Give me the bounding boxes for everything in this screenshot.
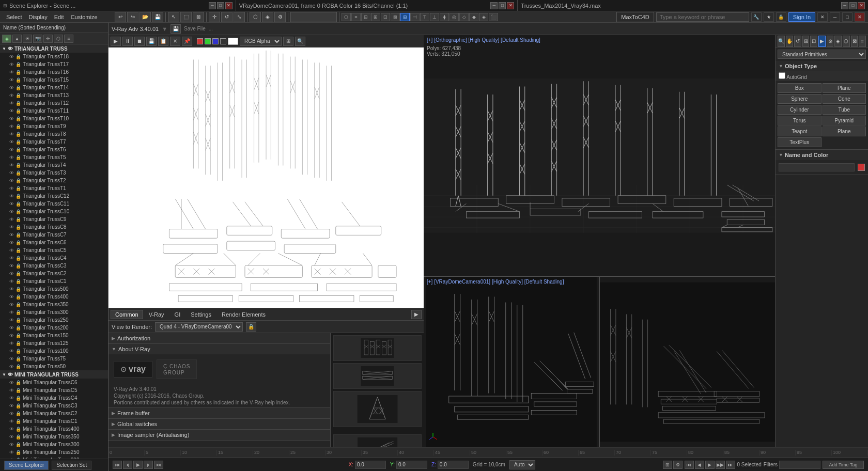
rt-copy-btn[interactable]: 📋 [158,37,168,46]
tree-item[interactable]: 👁🔒Triangular TrussT7 [0,138,108,146]
obj-geosphere[interactable]: Plane [823,83,866,93]
group-triangular-truss[interactable]: ▼ 👁 TRIANGULAR TRUSS [0,44,108,53]
render-save-icon[interactable]: 💾 [171,24,181,34]
time-tick[interactable]: 35 [362,450,398,456]
tool-2[interactable]: ≡ [351,13,361,21]
tool-9[interactable]: ⊤ [420,13,429,21]
top-icon-6[interactable]: □ [842,12,853,22]
time-tick[interactable]: 75 [651,450,687,456]
tree-item[interactable]: 👁🔒Mini Triangular TrussC4 [0,394,108,402]
tree-item[interactable]: 👁🔒Triangular Truss400 [0,293,108,301]
minimize-btn-2[interactable]: ─ [490,2,498,9]
tree-item[interactable]: 👁🔒Triangular Truss75 [0,355,108,363]
image-sampler-header[interactable]: ▶ Image sampler (Antialiasing) [109,430,330,440]
tool-3[interactable]: ⊟ [361,13,370,21]
minimize-btn-3[interactable]: ─ [841,2,848,9]
tool-16[interactable]: ⬛ [489,13,498,21]
play-btn[interactable]: ▶ [133,461,143,469]
tree-item[interactable]: 👁🔒Triangular TrussT2 [0,177,108,184]
rt-pause-btn[interactable]: ⏸ [122,37,133,46]
obj-textplus[interactable]: TextPlus [778,137,822,147]
tree-item[interactable]: 👁🔒Triangular TrussT13 [0,91,108,99]
tree-item[interactable]: 👁🔒Triangular TrussT3 [0,169,108,177]
tree-item[interactable]: 👁🔒Mini Triangular TrussC6 [0,379,108,386]
close-btn-3[interactable]: ✕ [858,2,865,9]
tool-5[interactable]: ⊡ [381,13,390,21]
nav-3[interactable]: ◈ [834,36,842,47]
thumb-2[interactable] [333,363,422,389]
obj-cone[interactable]: Cone [823,94,866,104]
tree-item[interactable]: 👁🔒Mini Triangular Truss400 [0,425,108,433]
tree-item[interactable]: 👁🔒Triangular TrussT10 [0,115,108,122]
nav-4[interactable]: ⬡ [843,36,850,47]
name-color-header[interactable]: ▼ Name and Color [776,150,868,160]
tree-item[interactable]: 👁🔒Triangular TrussC10 [0,208,108,215]
tool-12[interactable]: ◎ [450,13,459,21]
nav-5[interactable]: ⊠ [851,36,858,47]
tool-15[interactable]: ◈ [479,13,488,21]
pb-end[interactable]: ⏭ [726,461,735,469]
tree-item[interactable]: 👁🔒Triangular TrussC4 [0,254,108,262]
rt-channel-btn[interactable]: ⊞ [283,37,293,46]
autogrid-checkbox[interactable] [779,72,785,79]
timeline-ruler[interactable]: 0510152025303540455055606570758085909510… [109,450,868,456]
filters-input[interactable] [779,461,820,469]
pb-start[interactable]: ⏮ [685,461,694,469]
top-icon-1[interactable]: 🔧 [751,12,762,22]
select-filter-btn[interactable]: ⊠ [193,12,204,22]
time-tick[interactable]: 30 [326,450,362,456]
tab-selection-set[interactable]: Selection Set [52,461,91,470]
top-icon-2[interactable]: ★ [764,12,774,22]
time-tick[interactable]: 10 [181,450,217,456]
tab-settings[interactable]: Settings [186,310,216,319]
restore-btn-3[interactable]: □ [849,2,857,9]
thumb-4[interactable] [333,434,422,447]
rt-close-btn[interactable]: ✕ [170,37,180,46]
time-tick[interactable]: 80 [687,450,723,456]
time-tick[interactable]: 40 [398,450,434,456]
tree-item[interactable]: 👁🔒Triangular Truss150 [0,332,108,339]
nav-pan[interactable]: ✋ [786,36,793,47]
rotate-btn[interactable]: ↺ [221,12,233,22]
color-r[interactable] [197,38,203,44]
tool-6[interactable]: ⊠ [391,13,400,21]
render-setup-btn[interactable]: ⚙ [274,12,286,22]
tree-item[interactable]: 👁🔒Triangular TrussT5 [0,153,108,161]
obj-box[interactable]: Box [778,83,822,93]
tree-item[interactable]: 👁🔒Triangular TrussC11 [0,200,108,208]
tree-item[interactable]: 👁🔒Mini Triangular TrussC2 [0,410,108,417]
tab-common[interactable]: Common [111,310,143,319]
tab-render-elements[interactable]: Render Elements [217,310,270,319]
rt-pin-btn[interactable]: 📌 [182,37,192,46]
minimize-btn-1[interactable]: ─ [209,2,216,9]
tree-item[interactable]: 👁🔒Triangular TrussT6 [0,146,108,153]
maximize-btn-2[interactable]: □ [499,2,506,9]
top-icon-7[interactable]: ✕ [855,12,865,22]
nav-field[interactable]: ⊞ [802,36,810,47]
filter-bones[interactable]: ≡ [64,35,73,43]
tool-10[interactable]: ⊥ [430,13,439,21]
time-tick[interactable]: 65 [579,450,615,456]
redo-btn[interactable]: ↪ [127,12,138,22]
pb-play-fwd[interactable]: ▶ [705,461,715,469]
obj-cylinder[interactable]: Cylinder [778,105,822,115]
time-tick[interactable]: 85 [723,450,760,456]
about-vray-header[interactable]: ▼ About V-Ray [109,344,330,354]
tree-item[interactable]: 👁🔒Triangular TrussC9 [0,215,108,223]
obj-pyramid[interactable]: Pyramid [823,116,866,125]
filter-geo[interactable]: ▲ [12,35,22,43]
lock-view-btn[interactable]: 🔒 [246,322,256,332]
nav-orbit[interactable]: ↺ [794,36,801,47]
tool-11[interactable]: ⧫ [440,13,449,21]
y-coord[interactable] [396,461,427,469]
tool-14[interactable]: ◆ [469,13,478,21]
tree-item[interactable]: 👁🔒Mini Triangular TrussC3 [0,402,108,410]
search-input[interactable] [656,12,749,22]
filter-light[interactable]: ☀ [23,35,32,43]
time-tick[interactable]: 50 [470,450,506,456]
tool-8[interactable]: ⊣ [410,13,420,21]
top-icon-4[interactable]: ✕ [817,12,828,22]
tree-item[interactable]: 👁🔒Triangular TrussT16 [0,68,108,76]
menu-customize[interactable]: Customize [68,13,101,21]
tree-item[interactable]: 👁🔒Triangular TrussC3 [0,262,108,270]
